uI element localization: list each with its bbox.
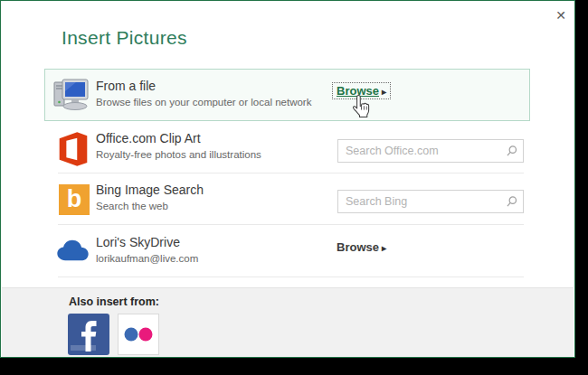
- bing-letter: b: [67, 185, 82, 212]
- office-search-box: [337, 139, 524, 163]
- dialog-title: Insert Pictures: [62, 27, 187, 49]
- browse-arrow-icon: ▸: [382, 87, 386, 97]
- provider-subtitle-office-clipart: Royalty-free photos and illustrations: [96, 149, 261, 160]
- browse-skydrive-button[interactable]: Browse▸: [337, 240, 386, 254]
- provider-title-office-clipart: Office.com Clip Art: [96, 131, 201, 145]
- skydrive-cloud-icon: [54, 239, 91, 266]
- close-icon[interactable]: ✕: [550, 5, 572, 25]
- row-divider: [58, 224, 524, 225]
- also-insert-footer: Also insert from:: [2, 287, 574, 357]
- bing-search-input[interactable]: [338, 191, 523, 212]
- row-divider: [58, 277, 524, 277]
- office-logo-icon: [58, 132, 89, 170]
- facebook-icon[interactable]: [68, 314, 109, 355]
- search-icon[interactable]: [505, 195, 518, 212]
- computer-icon: [52, 79, 90, 115]
- row-divider: [58, 173, 524, 173]
- provider-subtitle-from-file: Browse files on your computer or local n…: [96, 97, 311, 108]
- browse-file-button[interactable]: Browse▸: [332, 82, 391, 99]
- provider-title-from-file: From a file: [96, 79, 156, 93]
- provider-title-bing: Bing Image Search: [96, 183, 204, 197]
- flickr-icon[interactable]: [118, 314, 159, 355]
- bing-icon: b: [59, 184, 90, 215]
- provider-subtitle-bing: Search the web: [96, 201, 168, 211]
- provider-row-from-file[interactable]: [44, 69, 530, 121]
- office-search-input[interactable]: [338, 140, 523, 162]
- search-icon[interactable]: [505, 145, 518, 162]
- provider-title-skydrive: Lori's SkyDrive: [96, 235, 180, 249]
- provider-subtitle-skydrive: lorikaufman@live.com: [96, 253, 198, 264]
- also-insert-label: Also insert from:: [69, 295, 159, 308]
- browse-arrow-icon: ▸: [382, 243, 386, 253]
- bing-search-box: [337, 190, 524, 213]
- insert-pictures-dialog: Insert Pictures ✕ From a file Browse fil…: [0, 0, 575, 358]
